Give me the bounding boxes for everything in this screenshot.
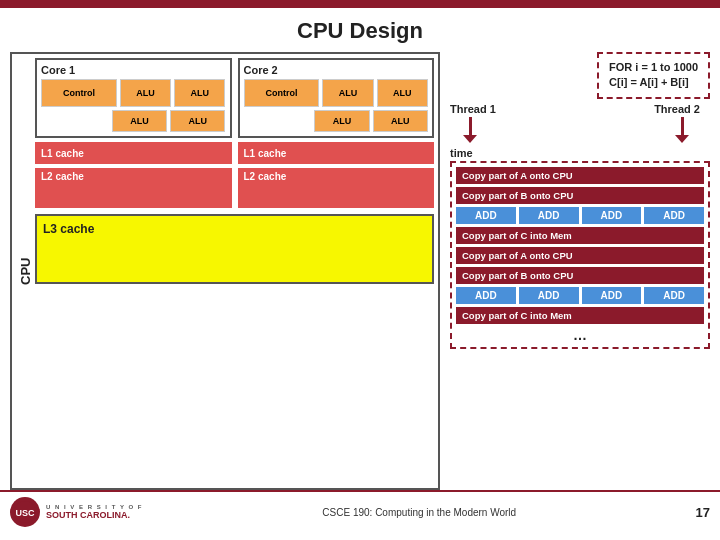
l3-cache: L3 cache xyxy=(35,214,434,284)
core2-alu3: ALU xyxy=(314,110,369,132)
add-box-2: ADD xyxy=(519,207,579,224)
add-box-5: ADD xyxy=(456,287,516,304)
add-row-2: ADD ADD ADD ADD xyxy=(456,287,704,304)
for-line1: FOR i = 1 to 1000 xyxy=(609,60,698,75)
step-copy-c-2: Copy part of C into Mem xyxy=(456,307,704,324)
step-copy-b-2: Copy part of B onto CPU xyxy=(456,267,704,284)
timeline-steps: Copy part of A onto CPU Copy part of B o… xyxy=(450,161,710,349)
core1-alu4: ALU xyxy=(170,110,225,132)
usc-logo-circle: USC xyxy=(10,497,40,527)
for-loop-box: FOR i = 1 to 1000 C[i] = A[i] + B[i] xyxy=(597,52,710,99)
arrow-row xyxy=(450,117,710,143)
l2-cache-right: L2 cache xyxy=(238,168,435,208)
svg-text:USC: USC xyxy=(15,508,35,518)
add-box-8: ADD xyxy=(644,287,704,304)
usc-logo: USC U N I V E R S I T Y O F SOUTH CAROLI… xyxy=(10,497,143,527)
for-line2: C[i] = A[i] + B[i] xyxy=(609,75,698,90)
l1-cache-left: L1 cache xyxy=(35,142,232,164)
core2-label: Core 2 xyxy=(244,64,429,76)
footer-course: CSCE 190: Computing in the Modern World xyxy=(153,507,686,518)
step-copy-a-2: Copy part of A onto CPU xyxy=(456,247,704,264)
core1-box: Core 1 Control ALU ALU ALU ALU xyxy=(35,58,232,138)
core1-alu3: ALU xyxy=(112,110,167,132)
arrow-thread2 xyxy=(672,117,692,143)
top-border xyxy=(0,0,720,8)
add-box-7: ADD xyxy=(582,287,642,304)
step-copy-c-1: Copy part of C into Mem xyxy=(456,227,704,244)
core2-alu4: ALU xyxy=(373,110,428,132)
add-box-3: ADD xyxy=(582,207,642,224)
core2-alu1: ALU xyxy=(322,79,373,107)
add-box-6: ADD xyxy=(519,287,579,304)
ellipsis: … xyxy=(456,327,704,343)
thread-arrows: Thread 1 Thread 2 xyxy=(450,103,710,115)
cpu-diagram: CPU Core 1 Control ALU ALU xyxy=(10,52,440,490)
core2-box: Core 2 Control ALU ALU ALU ALU xyxy=(238,58,435,138)
cpu-label: CPU xyxy=(16,58,35,484)
core1-alu1: ALU xyxy=(120,79,171,107)
bottom-bar: USC U N I V E R S I T Y O F SOUTH CAROLI… xyxy=(0,490,720,532)
thread1-label: Thread 1 xyxy=(450,103,496,115)
core1-control: Control xyxy=(41,79,117,107)
thread2-label: Thread 2 xyxy=(654,103,700,115)
time-label: time xyxy=(450,147,710,159)
core1-label: Core 1 xyxy=(41,64,226,76)
usc-text-block: U N I V E R S I T Y O F SOUTH CAROLINA. xyxy=(46,504,143,520)
step-copy-a-1: Copy part of A onto CPU xyxy=(456,167,704,184)
l2-cache-left: L2 cache xyxy=(35,168,232,208)
page-number: 17 xyxy=(696,505,710,520)
core2-control: Control xyxy=(244,79,320,107)
core2-alu2: ALU xyxy=(377,79,428,107)
timeline-section: FOR i = 1 to 1000 C[i] = A[i] + B[i] Thr… xyxy=(450,52,710,490)
add-box-4: ADD xyxy=(644,207,704,224)
l1-cache-right: L1 cache xyxy=(238,142,435,164)
arrow-thread1 xyxy=(460,117,480,143)
add-row-1: ADD ADD ADD ADD xyxy=(456,207,704,224)
page-title: CPU Design xyxy=(0,8,720,52)
add-box-1: ADD xyxy=(456,207,516,224)
usc-name: SOUTH CAROLINA. xyxy=(46,510,143,520)
core1-alu2: ALU xyxy=(174,79,225,107)
step-copy-b-1: Copy part of B onto CPU xyxy=(456,187,704,204)
